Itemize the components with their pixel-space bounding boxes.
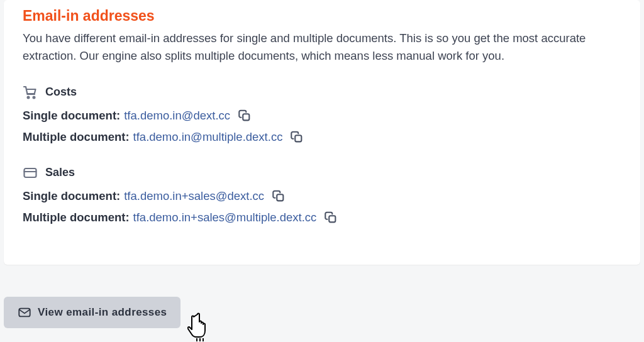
copy-icon[interactable] xyxy=(324,211,338,224)
svg-rect-2 xyxy=(243,114,249,120)
copy-icon[interactable] xyxy=(290,130,304,144)
sales-single-label: Single document: xyxy=(23,189,120,203)
copy-icon[interactable] xyxy=(238,109,252,123)
copy-icon[interactable] xyxy=(272,189,286,203)
svg-rect-8 xyxy=(19,309,30,317)
section-header-costs: Costs xyxy=(23,85,621,100)
cart-icon xyxy=(23,85,38,100)
view-email-in-addresses-button[interactable]: View email-in addresses xyxy=(4,297,180,328)
svg-rect-7 xyxy=(330,216,336,222)
cursor-pointer-icon xyxy=(187,311,215,342)
section-sales: Sales Single document: tfa.demo.in+sales… xyxy=(23,165,621,224)
costs-multiple-email[interactable]: tfa.demo.in@multiple.dext.cc xyxy=(133,130,283,144)
sales-single-row: Single document: tfa.demo.in+sales@dext.… xyxy=(23,189,621,203)
costs-multiple-label: Multiple document: xyxy=(23,130,130,144)
costs-single-row: Single document: tfa.demo.in@dext.cc xyxy=(23,109,621,123)
svg-rect-4 xyxy=(25,168,36,177)
envelope-icon xyxy=(18,306,31,319)
section-title-sales: Sales xyxy=(45,166,75,179)
svg-point-0 xyxy=(28,96,30,98)
sales-single-email[interactable]: tfa.demo.in+sales@dext.cc xyxy=(124,189,264,203)
svg-rect-3 xyxy=(296,135,302,141)
sales-multiple-label: Multiple document: xyxy=(23,211,130,224)
sales-multiple-email[interactable]: tfa.demo.in+sales@multiple.dext.cc xyxy=(133,211,317,224)
costs-multiple-row: Multiple document: tfa.demo.in@multiple.… xyxy=(23,130,621,144)
costs-single-email[interactable]: tfa.demo.in@dext.cc xyxy=(124,109,230,123)
card-icon xyxy=(23,165,38,180)
section-costs: Costs Single document: tfa.demo.in@dext.… xyxy=(23,85,621,144)
email-in-panel: Email-in addresses You have different em… xyxy=(4,0,640,265)
section-title-costs: Costs xyxy=(45,86,77,99)
costs-single-label: Single document: xyxy=(23,109,120,123)
section-header-sales: Sales xyxy=(23,165,621,180)
sales-multiple-row: Multiple document: tfa.demo.in+sales@mul… xyxy=(23,211,621,224)
panel-title: Email-in addresses xyxy=(23,8,621,25)
svg-rect-6 xyxy=(277,194,283,201)
view-button-label: View email-in addresses xyxy=(38,306,167,319)
panel-description: You have different email-in addresses fo… xyxy=(23,30,621,65)
svg-point-1 xyxy=(33,96,35,98)
